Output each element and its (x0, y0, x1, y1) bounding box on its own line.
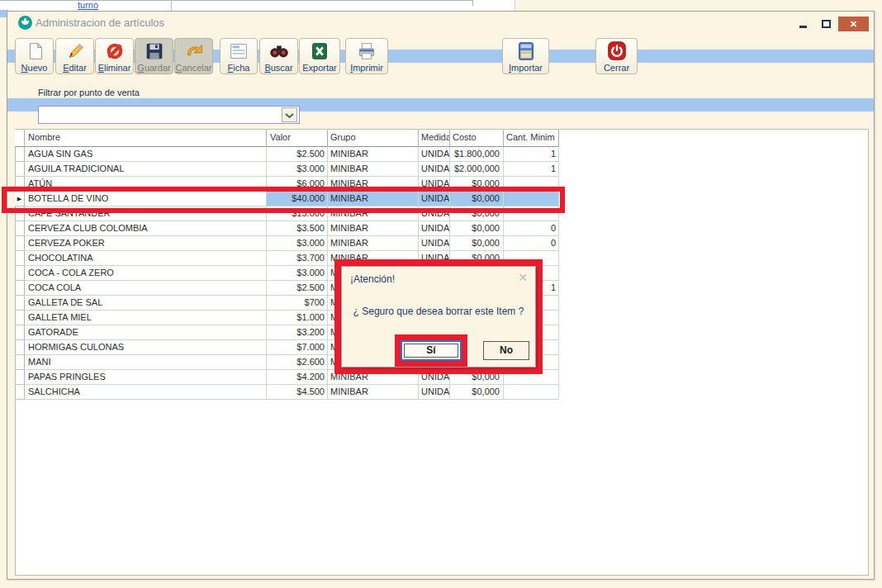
cell-nombre: CERVEZA CLUB COLOMBIA (25, 221, 267, 236)
table-row[interactable]: AGUA SIN GAS$2.500MINIBARUNIDAD$1.800,00… (15, 147, 559, 162)
buscar-button[interactable]: Buscar (259, 38, 298, 74)
cell-nombre: COCA COLA (25, 281, 267, 296)
cell-valor: $2.600 (267, 355, 328, 370)
cell-nombre: HORMIGAS CULONAS (25, 340, 267, 355)
row-selector-cell (15, 370, 25, 385)
annotation-dialog: ¡Atención! ✕ ¿ Seguro que desea borrar e… (334, 259, 543, 374)
table-row[interactable]: CERVEZA POKER$3.000MINIBARUNIDAD$0,0000 (15, 236, 559, 251)
background-divider (171, 0, 172, 11)
exportar-button[interactable]: Exportar (299, 38, 340, 74)
cell-nombre: AGUILA TRADICIONAL (25, 162, 267, 177)
header-medida[interactable]: Medida (419, 130, 450, 147)
row-selector-cell (15, 177, 25, 192)
cell-nombre: CERVEZA POKER (25, 236, 267, 251)
cell-valor: $4.200 (267, 370, 328, 385)
cell-valor: $3.700 (267, 251, 328, 266)
table-header-row: Nombre Valor Grupo Medida Costo Cant. Mi… (15, 130, 559, 147)
power-close-icon (605, 40, 628, 63)
combobox-dropdown-button[interactable] (282, 107, 297, 122)
row-selector-cell (15, 296, 25, 311)
search-binoculars-icon (268, 40, 291, 63)
cell-valor: $2.500 (267, 147, 328, 162)
row-selector-cell (15, 266, 25, 281)
imprimir-button[interactable]: Imprimir (345, 38, 388, 74)
close-window-button[interactable]: ✕ (838, 17, 869, 31)
cell-medida: UNIDAD (419, 385, 450, 400)
cell-valor: $6.000 (267, 177, 328, 192)
cell-costo: $0,000 (450, 177, 504, 192)
punto-de-venta-combobox[interactable] (38, 106, 300, 124)
eliminar-button[interactable]: Eliminar (95, 38, 134, 74)
cell-costo: $0,000 (450, 192, 504, 206)
table-row[interactable]: CERVEZA CLUB COLOMBIA$3.500MINIBARUNIDAD… (15, 221, 559, 236)
minimize-button[interactable] (799, 26, 807, 28)
table-row[interactable]: ATÚN$6.000MINIBARUNIDAD$0,000 (15, 177, 559, 192)
cell-nombre: CAFE SANTANDER (25, 206, 267, 221)
row-selector-cell (15, 221, 25, 236)
annotation-yes-button: Sí (395, 334, 467, 367)
cell-grupo: MINIBAR (328, 221, 419, 236)
no-button[interactable]: No (483, 341, 529, 360)
cell-costo: $0,000 (450, 206, 504, 221)
nuevo-button[interactable]: Nuevo (15, 38, 54, 74)
cell-grupo: MINIBAR (328, 147, 419, 162)
cerrar-button[interactable]: Cerrar (595, 38, 638, 74)
guardar-button: Guardar (135, 38, 173, 74)
ficha-button[interactable]: Ficha (220, 38, 258, 74)
row-selector-cell (15, 355, 25, 370)
cell-valor: $1.000 (267, 311, 328, 325)
form-card-icon (227, 40, 250, 63)
cell-grupo: MINIBAR (328, 385, 419, 400)
row-selector-cell (15, 206, 25, 221)
cell-cant-minim: 0 (504, 236, 559, 251)
importar-button[interactable]: Importar (502, 38, 549, 74)
row-selector-cell (15, 385, 25, 400)
cell-valor: $3.000 (267, 236, 328, 251)
cell-nombre: MANI (25, 355, 267, 370)
dialog-title: ¡Atención! (350, 273, 395, 285)
yes-button[interactable]: Sí (404, 344, 458, 358)
header-cant-minim[interactable]: Cant. Minim (504, 130, 559, 147)
table-row[interactable]: AGUILA TRADICIONAL$3.000MINIBARUNIDAD$2.… (15, 162, 559, 177)
cell-nombre: GATORADE (25, 325, 267, 340)
row-selector-cell (15, 236, 25, 251)
cell-valor: $4.500 (267, 385, 328, 400)
table-row[interactable]: CAFE SANTANDER$15.000MINIBARUNIDAD$0,000 (15, 206, 559, 221)
cell-medida: UNIDAD (419, 206, 450, 221)
header-costo[interactable]: Costo (450, 130, 504, 147)
cell-valor: $700 (267, 296, 328, 311)
row-selector-cell (15, 162, 25, 177)
cell-grupo: MINIBAR (328, 192, 419, 206)
chevron-down-icon (285, 107, 294, 122)
cell-grupo: MINIBAR (328, 206, 419, 221)
cell-nombre: ATÚN (25, 177, 267, 192)
import-box-icon (514, 40, 538, 63)
cell-medida: UNIDAD (419, 221, 450, 236)
table-row[interactable]: ▶BOTELLA DE VINO$40.000MINIBARUNIDAD$0,0… (15, 192, 559, 206)
turno-link[interactable]: turno (78, 0, 98, 10)
cell-nombre: CHOCOLATINA (25, 251, 267, 266)
cell-medida: UNIDAD (419, 177, 450, 192)
cell-valor: $40.000 (267, 192, 328, 206)
header-valor[interactable]: Valor (267, 130, 328, 147)
cell-grupo: MINIBAR (328, 236, 419, 251)
cell-grupo: MINIBAR (328, 162, 419, 177)
header-grupo[interactable]: Grupo (328, 130, 419, 147)
cell-nombre: GALLETA DE SAL (25, 296, 267, 311)
editar-button[interactable]: Editar (55, 38, 94, 74)
cell-cant-minim: 1 (504, 147, 559, 162)
cell-valor: $3.500 (267, 221, 328, 236)
maximize-button[interactable] (822, 20, 831, 28)
printer-icon (355, 40, 378, 63)
screen: turno Administracion de artículos ✕ Nuev… (0, 0, 882, 588)
dialog-close-icon[interactable]: ✕ (518, 271, 528, 284)
header-nombre[interactable]: Nombre (25, 130, 267, 147)
cell-nombre: GALLETA MIEL (25, 311, 267, 325)
confirm-dialog: ¡Atención! ✕ ¿ Seguro que desea borrar e… (341, 266, 536, 368)
cell-nombre: BOTELLA DE VINO (25, 192, 267, 206)
yes-button-focus-ring: Sí (401, 340, 462, 361)
row-selector-cell: ▶ (15, 192, 25, 206)
delete-prohibition-icon (103, 40, 126, 63)
row-selector-cell (15, 340, 25, 355)
table-row[interactable]: SALCHICHA$4.500MINIBARUNIDAD$0,000 (15, 385, 559, 400)
